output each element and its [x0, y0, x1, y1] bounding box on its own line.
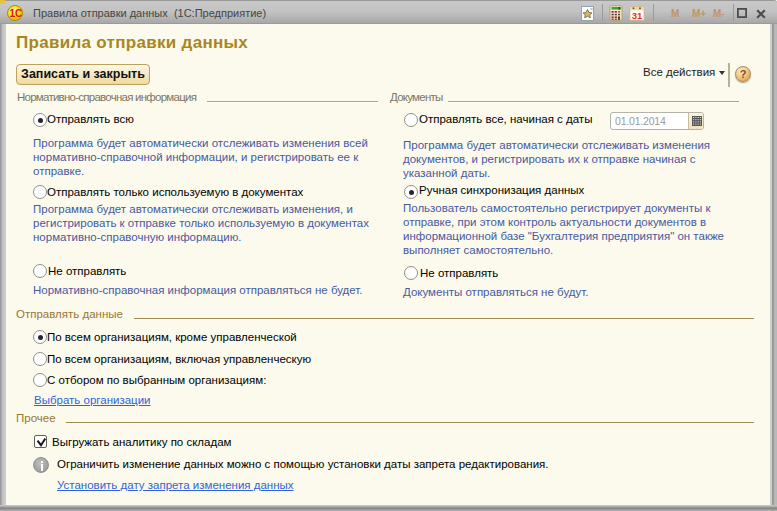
- svg-text:31: 31: [632, 10, 643, 21]
